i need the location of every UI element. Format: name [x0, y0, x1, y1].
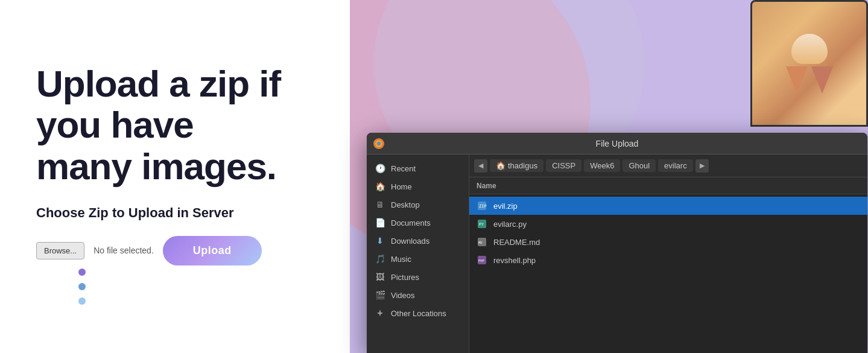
- downloads-icon: ⬇: [375, 236, 385, 246]
- file-name-evilarc-py: evilarc.py: [493, 220, 527, 229]
- py-file-icon: PY: [477, 218, 487, 229]
- sidebar-item-pictures[interactable]: 🖼 Pictures: [367, 268, 469, 286]
- laptop-illustration: [735, 0, 868, 139]
- sidebar-label-music: Music: [391, 255, 411, 264]
- breadcrumb-week6-label: Week6: [590, 161, 614, 170]
- home-breadcrumb-icon: 🏠: [496, 161, 505, 170]
- dialog-sidebar: 🕐 Recent 🏠 Home 🖥 Desktop 📄 Documents ⬇ …: [367, 154, 469, 353]
- breadcrumb-evilarc-label: evilarc: [664, 161, 687, 170]
- left-content-area: Upload a zip if you have many images. Ch…: [0, 0, 350, 353]
- file-name-readme-md: README.md: [493, 238, 540, 247]
- file-list: ZIP evil.zip PY evilarc.py: [469, 194, 867, 353]
- videos-icon: 🎬: [375, 290, 385, 300]
- breadcrumb-evilarc[interactable]: evilarc: [658, 159, 693, 172]
- svg-text:PY: PY: [479, 222, 484, 227]
- file-row-evil-zip[interactable]: ZIP evil.zip: [469, 197, 867, 215]
- breadcrumb-ghoul-label: Ghoul: [629, 161, 650, 170]
- decorative-dots: [78, 269, 86, 305]
- no-file-label: No file selected.: [93, 246, 154, 255]
- pictures-icon: 🖼: [375, 272, 385, 282]
- svg-text:MD: MD: [478, 241, 483, 244]
- dialog-main: ◀ 🏠 thadigus CISSP Week6 Ghoul evilarc ▶: [469, 154, 867, 353]
- breadcrumb-forward-button[interactable]: ▶: [695, 159, 709, 173]
- file-upload-dialog: File Upload 🕐 Recent 🏠 Home 🖥 Desktop 📄 …: [367, 133, 867, 353]
- name-column-label: Name: [477, 182, 496, 190]
- sidebar-label-videos: Videos: [391, 291, 415, 300]
- upload-controls: Browse... No file selected. Upload: [36, 236, 314, 266]
- dot-1: [78, 269, 86, 276]
- svg-text:ZIP: ZIP: [479, 204, 487, 209]
- file-row-revshell-php[interactable]: PHP revshell.php: [469, 251, 867, 269]
- sidebar-label-recent: Recent: [391, 164, 416, 173]
- main-heading: Upload a zip if you have many images.: [36, 63, 314, 187]
- file-row-readme-md[interactable]: MD README.md: [469, 233, 867, 251]
- breadcrumb-ghoul[interactable]: Ghoul: [622, 159, 656, 172]
- desktop-icon: 🖥: [375, 200, 385, 209]
- file-name-evil-zip: evil.zip: [493, 202, 518, 211]
- php-file-icon: PHP: [477, 255, 487, 266]
- md-file-icon: MD: [477, 237, 487, 247]
- sidebar-item-recent[interactable]: 🕐 Recent: [367, 159, 469, 177]
- browse-button[interactable]: Browse...: [36, 242, 84, 259]
- upload-button[interactable]: Upload: [163, 236, 262, 266]
- sidebar-label-other: Other Locations: [391, 309, 446, 318]
- sidebar-item-downloads[interactable]: ⬇ Downloads: [367, 232, 469, 250]
- documents-icon: 📄: [375, 218, 385, 227]
- sidebar-item-other[interactable]: + Other Locations: [367, 304, 469, 322]
- dialog-titlebar: File Upload: [367, 133, 867, 154]
- sidebar-label-desktop: Desktop: [391, 200, 420, 209]
- breadcrumb-cissp-label: CISSP: [552, 161, 575, 170]
- sidebar-label-documents: Documents: [391, 218, 431, 227]
- recent-icon: 🕐: [375, 164, 385, 173]
- other-icon: +: [375, 308, 385, 318]
- sidebar-item-desktop[interactable]: 🖥 Desktop: [367, 196, 469, 214]
- file-column-header: Name: [469, 177, 867, 194]
- file-row-evilarc-py[interactable]: PY evilarc.py: [469, 215, 867, 233]
- dot-3: [78, 297, 86, 305]
- sidebar-label-downloads: Downloads: [391, 237, 429, 246]
- dialog-body: 🕐 Recent 🏠 Home 🖥 Desktop 📄 Documents ⬇ …: [367, 154, 867, 353]
- breadcrumb-bar: ◀ 🏠 thadigus CISSP Week6 Ghoul evilarc ▶: [469, 154, 867, 177]
- sidebar-label-pictures: Pictures: [391, 273, 419, 282]
- sidebar-item-home[interactable]: 🏠 Home: [367, 177, 469, 196]
- sidebar-label-home: Home: [391, 182, 412, 191]
- firefox-icon: [373, 138, 385, 150]
- breadcrumb-back-button[interactable]: ◀: [474, 159, 487, 173]
- sidebar-item-music[interactable]: 🎵 Music: [367, 250, 469, 268]
- sub-heading: Choose Zip to Upload in Server: [36, 205, 314, 221]
- home-icon: 🏠: [375, 182, 385, 191]
- svg-point-2: [377, 142, 381, 145]
- sidebar-item-documents[interactable]: 📄 Documents: [367, 214, 469, 232]
- breadcrumb-cissp[interactable]: CISSP: [546, 159, 581, 172]
- breadcrumb-thadigus-label: thadigus: [508, 161, 537, 170]
- breadcrumb-week6[interactable]: Week6: [584, 159, 620, 172]
- svg-text:PHP: PHP: [478, 259, 485, 262]
- zip-file-icon: ZIP: [477, 200, 487, 211]
- dialog-title: File Upload: [596, 139, 639, 148]
- sidebar-item-videos[interactable]: 🎬 Videos: [367, 286, 469, 304]
- breadcrumb-thadigus[interactable]: 🏠 thadigus: [490, 159, 543, 172]
- file-name-revshell-php: revshell.php: [493, 256, 536, 265]
- music-icon: 🎵: [375, 254, 385, 264]
- dot-2: [78, 283, 86, 290]
